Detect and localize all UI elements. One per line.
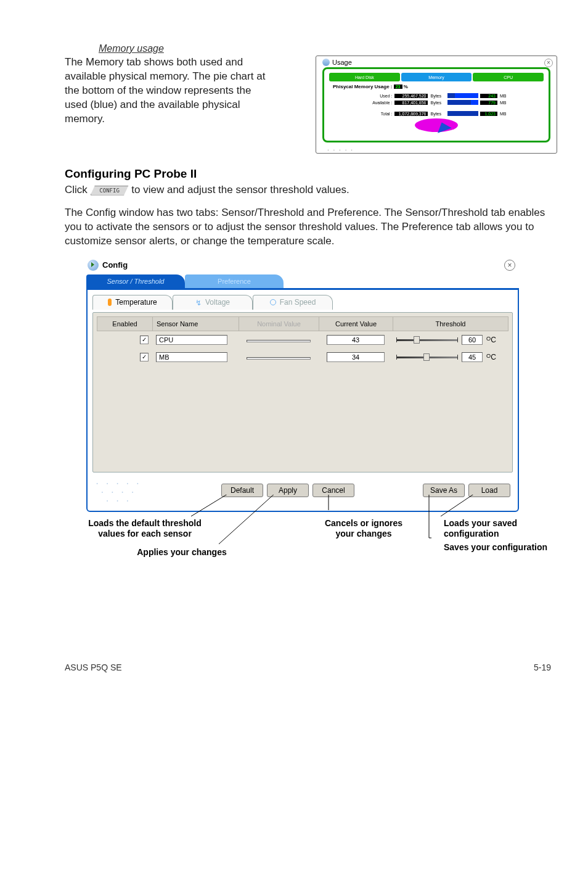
threshold-mb[interactable]: 45 xyxy=(462,352,483,362)
tab-hard-disk[interactable]: Hard Disk xyxy=(329,73,400,81)
resize-grip-icon[interactable]: . . . . . . . . . . . . xyxy=(95,477,141,503)
apply-button[interactable]: Apply xyxy=(267,484,309,497)
usage-heading: Phisycal Memory Usage : xyxy=(333,84,392,89)
footer-right: 5-19 xyxy=(534,662,551,672)
current-cpu: 43 xyxy=(327,335,385,345)
row-used: Used : 255,467,520 Bytes 243 MB xyxy=(329,93,544,98)
row-available: Available : 817,401,856 Bytes 779 MB xyxy=(329,100,544,105)
config-window-icon xyxy=(88,260,99,271)
section-title-memory-usage: Memory usage xyxy=(99,43,557,54)
fan-icon xyxy=(270,299,276,305)
subtab-fan-speed[interactable]: Fan Speed xyxy=(253,295,333,310)
tab-preference[interactable]: Preference xyxy=(185,274,284,288)
footer-left: ASUS P5Q SE xyxy=(65,662,122,672)
saveas-button[interactable]: Save As xyxy=(423,484,465,497)
checkbox-mb[interactable]: ✓ xyxy=(140,353,149,361)
tab-cpu[interactable]: CPU xyxy=(473,73,544,81)
default-button[interactable]: Default xyxy=(221,484,263,497)
subtab-voltage[interactable]: ↯ Voltage xyxy=(173,295,253,310)
usage-window: Usage × Hard Disk Memory CPU Phisycal Me… xyxy=(316,56,557,154)
anno-load: Loads your saved configuration xyxy=(444,518,555,540)
available-bar xyxy=(447,100,478,105)
config-window: Config × Sensor / Threshold Preference T… xyxy=(86,257,519,512)
checkbox-cpu[interactable]: ✓ xyxy=(140,336,149,344)
close-icon[interactable]: × xyxy=(504,260,515,271)
sensor-row-cpu: ✓ CPU 43 xyxy=(97,331,508,349)
heading-configuring: Configuring PC Probe II xyxy=(65,167,557,181)
config-description: The Config window has two tabs: Sensor/T… xyxy=(65,206,557,249)
usage-window-icon xyxy=(322,59,330,66)
usage-window-title: Usage xyxy=(332,59,352,66)
slider-cpu[interactable] xyxy=(396,336,458,344)
sensor-table-header: Enabled Sensor Name Nominal Value Curren… xyxy=(97,316,508,331)
used-bar xyxy=(447,93,478,98)
resize-grip-icon[interactable]: . . . . . xyxy=(322,145,550,152)
subtab-temperature[interactable]: Temperature xyxy=(92,295,173,310)
config-window-title: Config xyxy=(102,260,128,270)
usage-percent: 23 xyxy=(394,85,402,89)
cancel-button[interactable]: Cancel xyxy=(312,484,354,497)
total-bar xyxy=(447,111,478,116)
anno-cancel: Cancels or ignores your changes xyxy=(321,518,407,540)
sensor-name-mb[interactable]: MB xyxy=(156,352,227,362)
sensor-name-cpu[interactable]: CPU xyxy=(156,335,227,345)
anno-default: Loads the default threshold values for e… xyxy=(86,518,203,540)
tab-memory[interactable]: Memory xyxy=(401,73,472,81)
nominal-mb xyxy=(247,357,311,360)
memory-usage-paragraph: The Memory tab shows both used and avail… xyxy=(65,56,268,126)
row-total: Total : 1,072,869,376 Bytes 1,023 MB xyxy=(329,111,544,116)
nominal-cpu xyxy=(247,340,311,342)
slider-mb[interactable] xyxy=(396,353,458,361)
config-tab-icon: CONFIG xyxy=(91,186,129,196)
current-mb: 34 xyxy=(327,352,385,362)
voltage-icon: ↯ xyxy=(195,299,202,306)
sensor-row-mb: ✓ MB 34 xyxy=(97,349,508,366)
threshold-cpu[interactable]: 60 xyxy=(462,335,483,345)
thermometer-icon xyxy=(108,299,112,306)
close-icon[interactable]: × xyxy=(544,59,553,67)
tab-sensor-threshold[interactable]: Sensor / Threshold xyxy=(86,274,185,288)
click-line: Click CONFIG to view and adjust the sens… xyxy=(65,183,557,197)
memory-pie-chart xyxy=(415,118,458,134)
usage-percent-unit: % xyxy=(404,84,408,89)
anno-apply: Applies your changes xyxy=(123,547,240,558)
anno-saveas: Saves your configuration xyxy=(444,542,555,553)
load-button[interactable]: Load xyxy=(468,484,510,497)
